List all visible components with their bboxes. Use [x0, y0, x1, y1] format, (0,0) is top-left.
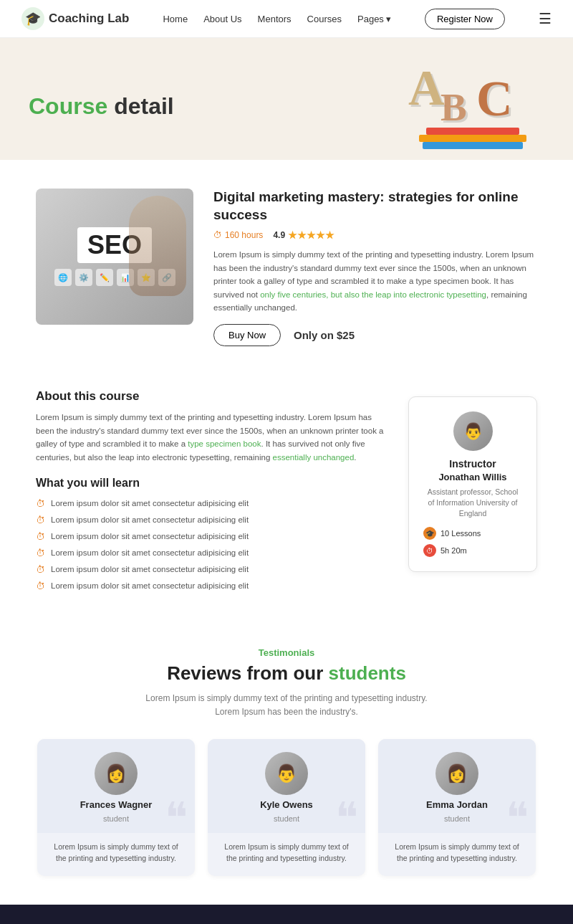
- review-text-1: Lorem Ipsum is simply dummy text of the …: [49, 842, 183, 865]
- stars: ★★★★★: [288, 229, 334, 241]
- course-title: Digital marketing mastery: strategies fo…: [213, 189, 537, 224]
- book-red: [426, 128, 519, 135]
- buy-now-button[interactable]: Buy Now: [213, 324, 281, 346]
- lessons-stat: 🎓 10 Lessons: [423, 527, 522, 540]
- list-item: ⏱Lorem ipsum dolor sit amet consectetur …: [36, 581, 387, 591]
- reviewer-avatar-3: 👩: [435, 752, 478, 795]
- t-card-top-2: 👨 Kyle Owens student: [208, 739, 365, 833]
- nav-links: Home About Us Mentors Courses Pages ▾: [163, 14, 390, 24]
- footer: 🎓 Coaching Lab Lorem Ipsum is simply dum…: [0, 905, 573, 924]
- course-rating: 4.9 ★★★★★: [273, 229, 334, 241]
- seo-icon-gear: ⚙️: [75, 269, 92, 286]
- letter-c: C: [476, 70, 513, 128]
- reviewer-name-2: Kyle Owens: [260, 799, 313, 810]
- list-item: ⏱Lorem ipsum dolor sit amet consectetur …: [36, 564, 387, 575]
- instructor-role: Assistant professor, School of Informati…: [423, 487, 522, 518]
- nav-home[interactable]: Home: [163, 14, 188, 24]
- reviewer-name-1: Frances Wagner: [80, 799, 153, 810]
- about-description: Lorem Ipsum is simply dummy text of the …: [36, 411, 387, 464]
- book-blue: [423, 142, 523, 149]
- review-text-3: Lorem Ipsum is simply dummy text of the …: [390, 842, 524, 865]
- instructor-card: 👨 Instructor Jonathan Willis Assistant p…: [408, 396, 537, 572]
- letter-a: A: [408, 59, 445, 117]
- reviewer-avatar-2: 👨: [265, 752, 308, 795]
- list-icon: ⏱: [36, 498, 45, 509]
- hero-title-block: Course detail: [29, 93, 174, 120]
- course-info: Digital marketing mastery: strategies fo…: [213, 189, 537, 346]
- chevron-down-icon: ▾: [386, 14, 391, 24]
- hamburger-icon[interactable]: ☰: [539, 10, 552, 27]
- reviewer-role-1: student: [103, 814, 129, 823]
- course-card: SEO 🌐 ⚙️ ✏️ 📊 ⭐ 🔗 Digital marketing mast…: [36, 189, 537, 346]
- hero-title: Course detail: [29, 93, 174, 120]
- list-item: ⏱Lorem ipsum dolor sit amet consectetur …: [36, 531, 387, 542]
- nav-courses[interactable]: Courses: [307, 14, 342, 24]
- instructor-name: Jonathan Willis: [423, 472, 522, 482]
- list-item: ⏱Lorem ipsum dolor sit amet consectetur …: [36, 498, 387, 509]
- review-text-2: Lorem Ipsum is simply dummy text of the …: [219, 842, 354, 865]
- instructor-stats: 🎓 10 Lessons ⏱ 5h 20m: [423, 527, 522, 557]
- learn-heading: What you will learn: [36, 477, 387, 490]
- hero-decoration: A B C: [401, 59, 544, 153]
- reviewer-name-3: Emma Jordan: [426, 799, 488, 810]
- list-item: ⏱Lorem ipsum dolor sit amet consectetur …: [36, 548, 387, 558]
- duration-value: 5h 20m: [440, 546, 467, 555]
- testimonial-card-3: 👩 Emma Jordan student Lorem Ipsum is sim…: [378, 739, 536, 876]
- navbar: 🎓 Coaching Lab Home About Us Mentors Cou…: [0, 0, 573, 38]
- list-icon: ⏱: [36, 531, 45, 542]
- seo-icon-pencil: ✏️: [96, 269, 113, 286]
- testimonials-grid: 👩 Frances Wagner student Lorem Ipsum is …: [36, 739, 537, 876]
- testimonial-card-2: 👨 Kyle Owens student Lorem Ipsum is simp…: [208, 739, 365, 876]
- course-detail-section: SEO 🌐 ⚙️ ✏️ 📊 ⭐ 🔗 Digital marketing mast…: [0, 160, 573, 375]
- about-section: About this course Lorem Ipsum is simply …: [0, 375, 573, 619]
- reviewer-role-2: student: [274, 814, 299, 823]
- t-card-top-1: 👩 Frances Wagner student: [37, 739, 195, 833]
- about-heading: About this course: [36, 389, 387, 404]
- instructor-label: Instructor: [423, 458, 522, 470]
- person-silhouette: [129, 196, 186, 296]
- course-image: SEO 🌐 ⚙️ ✏️ 📊 ⭐ 🔗: [36, 189, 193, 325]
- testimonials-subtext: Lorem Ipsum is simply dummy text of the …: [136, 692, 437, 719]
- course-meta: ⏱ 160 hours 4.9 ★★★★★: [213, 229, 537, 241]
- logo-text: Coaching Lab: [49, 11, 129, 26]
- nav-about[interactable]: About Us: [203, 14, 241, 24]
- lessons-icon: 🎓: [423, 527, 436, 540]
- duration-stat: ⏱ 5h 20m: [423, 544, 522, 557]
- logo-icon: 🎓: [21, 7, 44, 30]
- svg-text:🎓: 🎓: [25, 11, 42, 27]
- course-actions: Buy Now Only on $25: [213, 324, 537, 346]
- logo[interactable]: 🎓 Coaching Lab: [21, 7, 129, 30]
- reviewer-role-3: student: [444, 814, 470, 823]
- learn-list: ⏱Lorem ipsum dolor sit amet consectetur …: [36, 498, 387, 591]
- seo-icon-globe: 🌐: [54, 269, 72, 286]
- list-icon: ⏱: [36, 515, 45, 525]
- testimonials-label: Testimonials: [36, 647, 537, 658]
- nav-pages[interactable]: Pages ▾: [357, 14, 391, 24]
- instructor-avatar: 👨: [453, 411, 493, 451]
- lessons-count: 10 Lessons: [440, 529, 481, 538]
- about-content: About this course Lorem Ipsum is simply …: [36, 389, 387, 597]
- book-yellow: [419, 135, 526, 142]
- register-button[interactable]: Register Now: [425, 9, 505, 29]
- nav-mentors[interactable]: Mentors: [258, 14, 292, 24]
- course-hours: ⏱ 160 hours: [213, 230, 263, 240]
- list-item: ⏱Lorem ipsum dolor sit amet consectetur …: [36, 515, 387, 525]
- hero-banner: Course detail A B C: [0, 38, 573, 160]
- course-description: Lorem Ipsum is simply dummy text of the …: [213, 248, 537, 314]
- t-card-top-3: 👩 Emma Jordan student: [378, 739, 536, 833]
- testimonial-card-1: 👩 Frances Wagner student Lorem Ipsum is …: [37, 739, 195, 876]
- course-price: Only on $25: [294, 329, 355, 341]
- reviewer-avatar-1: 👩: [95, 752, 138, 795]
- testimonials-section: Testimonials Reviews from our students L…: [0, 619, 573, 905]
- list-icon: ⏱: [36, 564, 45, 575]
- clock-icon: ⏱: [213, 230, 222, 240]
- testimonials-heading: Reviews from our students: [36, 662, 537, 685]
- letter-b: B: [440, 85, 467, 130]
- books-decoration: [415, 128, 530, 149]
- duration-icon: ⏱: [423, 544, 436, 557]
- list-icon: ⏱: [36, 548, 45, 558]
- list-icon: ⏱: [36, 581, 45, 591]
